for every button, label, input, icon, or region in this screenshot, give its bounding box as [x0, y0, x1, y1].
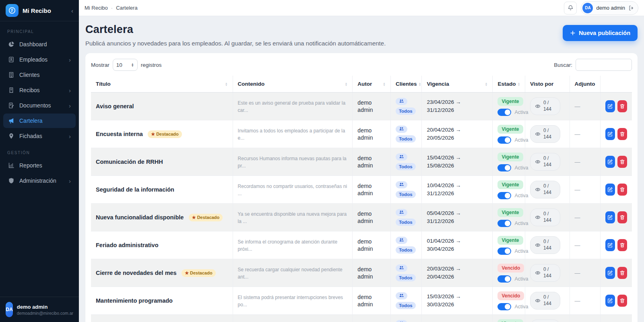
sidebar-item-empleados[interactable]: Empleados ›: [3, 52, 76, 67]
seen-by-pill[interactable]: 0 / 144: [530, 153, 560, 170]
seen-by-pill[interactable]: 0 / 144: [530, 125, 560, 142]
avatar: DA: [582, 3, 593, 13]
delete-button[interactable]: [617, 211, 627, 223]
column-header-estado[interactable]: Estado▲▼: [493, 76, 525, 93]
active-toggle[interactable]: [497, 220, 511, 227]
column-header-vigencia[interactable]: Vigencia▲▼: [422, 76, 493, 93]
edit-button[interactable]: [605, 239, 615, 251]
row-content: Recordamos no compartir usuarios, contra…: [238, 184, 347, 196]
row-attachment: —: [575, 186, 580, 193]
active-toggle[interactable]: [497, 275, 511, 283]
status-badge: Vencido: [497, 291, 524, 300]
delete-button[interactable]: [617, 100, 627, 112]
edit-pencil-icon: [607, 242, 613, 248]
status-badge: Vigente: [497, 153, 523, 161]
building-icon: [8, 72, 14, 78]
row-attachment: —: [575, 297, 580, 304]
active-toggle[interactable]: [497, 109, 511, 116]
seen-by-pill[interactable]: 0 / 144: [530, 97, 560, 115]
chevron-right-icon: ›: [69, 133, 71, 140]
table-row: Seguridad de la información Recordamos n…: [91, 176, 632, 204]
toggle-label: Activa: [514, 221, 528, 226]
sidebar-item-documentos[interactable]: Documentos ›: [3, 98, 76, 113]
people-icon: [399, 293, 404, 298]
sidebar-item-dashboard[interactable]: Dashboard ›: [3, 37, 76, 52]
edit-button[interactable]: [605, 100, 615, 112]
sidebar-item-label: Dashboard: [19, 41, 47, 47]
seen-by-pill[interactable]: 0 / 144: [530, 181, 560, 198]
sidebar-item-fichadas[interactable]: Fichadas ›: [3, 129, 76, 143]
search-input[interactable]: [576, 59, 632, 71]
edit-pencil-icon: [607, 103, 613, 109]
delete-button[interactable]: [617, 128, 627, 140]
delete-button[interactable]: [617, 156, 627, 168]
delete-button[interactable]: [617, 295, 627, 307]
sidebar-item-administracion[interactable]: Administración ›: [3, 173, 76, 188]
seen-by-pill[interactable]: 0 / 144: [530, 236, 560, 254]
trash-icon: [619, 242, 625, 248]
clients-badge: Todos: [396, 320, 416, 322]
edit-button[interactable]: [605, 128, 615, 140]
document-pen-icon: [8, 102, 14, 109]
edit-button[interactable]: [605, 156, 615, 168]
logout-icon[interactable]: [628, 5, 634, 11]
user-menu[interactable]: DA demo admin: [581, 1, 638, 15]
page-size-select[interactable]: 10 ▲▼: [113, 59, 138, 71]
row-dates: 15/03/2026 → 30/03/2026: [427, 293, 461, 308]
edit-button[interactable]: [605, 295, 615, 307]
edit-button[interactable]: [605, 267, 615, 279]
new-publication-button[interactable]: Nueva publicación: [563, 25, 638, 41]
brand-name: Mi Recibo: [23, 7, 67, 14]
edit-button[interactable]: [605, 184, 615, 196]
seen-by-pill[interactable]: 0 / 144: [530, 292, 560, 309]
column-header-autor[interactable]: Autor▲▼: [353, 76, 391, 93]
active-toggle[interactable]: [497, 164, 511, 171]
eye-icon: [535, 103, 541, 109]
row-content: Se informa el cronograma de atención dur…: [238, 239, 337, 252]
column-header-titulo[interactable]: Título▲▼: [91, 76, 233, 93]
status-badge: Vigente: [497, 97, 523, 106]
breadcrumb-home[interactable]: Mi Recibo: [85, 5, 108, 11]
chevron-right-icon: ›: [69, 178, 71, 184]
notifications-button[interactable]: [564, 2, 577, 14]
active-toggle[interactable]: [497, 303, 511, 310]
eye-icon: [535, 242, 541, 248]
sidebar-item-recibos[interactable]: Recibos ›: [3, 83, 76, 97]
clients-label: Todos: [399, 303, 413, 308]
active-toggle[interactable]: [497, 136, 511, 144]
sidebar-item-clientes[interactable]: Clientes ›: [3, 68, 76, 82]
sidebar-user-card[interactable]: DA demo admin demoadmin@mirecibo.com.ar: [0, 297, 79, 322]
table-row: Encuesta interna ★Destacado Invitamos a …: [91, 120, 632, 148]
seen-by-pill[interactable]: 0 / 144: [530, 264, 560, 281]
row-title: Aviso general: [96, 103, 134, 109]
main-area: Mi Recibo · Cartelera DA demo admin: [79, 0, 644, 322]
topbar-actions: DA demo admin: [564, 1, 638, 15]
sidebar-item-reportes[interactable]: Reportes ›: [3, 158, 76, 173]
sidebar-collapse-button[interactable]: ‹: [71, 7, 73, 14]
column-header-label: Estado: [497, 81, 516, 87]
column-header-label: Contenido: [238, 81, 265, 87]
delete-button[interactable]: [617, 267, 627, 279]
column-header-clientes[interactable]: Clientes▲▼: [390, 76, 421, 93]
edit-button[interactable]: [605, 211, 615, 223]
status-badge: Vigente: [497, 125, 523, 134]
people-icon: [399, 210, 404, 215]
seen-by-pill[interactable]: 0 / 144: [530, 320, 560, 322]
status-badge: Vigente: [497, 319, 523, 322]
seen-by-pill[interactable]: 0 / 144: [530, 208, 560, 226]
delete-button[interactable]: [617, 184, 627, 196]
edit-pencil-icon: [607, 298, 613, 303]
select-arrows-icon: ▲▼: [131, 63, 134, 67]
page-content: Cartelera Publicá anuncios y novedades p…: [79, 16, 644, 322]
sidebar-item-cartelera[interactable]: Cartelera ›: [3, 114, 76, 128]
column-header-contenido[interactable]: Contenido▲▼: [233, 76, 353, 93]
featured-badge: ★Destacado: [189, 214, 223, 221]
eye-icon: [535, 298, 541, 303]
active-toggle[interactable]: [497, 192, 511, 199]
people-icon: [399, 126, 404, 132]
people-icon: [399, 237, 404, 243]
active-toggle[interactable]: [497, 248, 511, 255]
delete-button[interactable]: [617, 239, 627, 251]
breadcrumb-current: Cartelera: [116, 5, 137, 11]
sidebar-user-email: demoadmin@mirecibo.com.ar: [17, 311, 73, 316]
